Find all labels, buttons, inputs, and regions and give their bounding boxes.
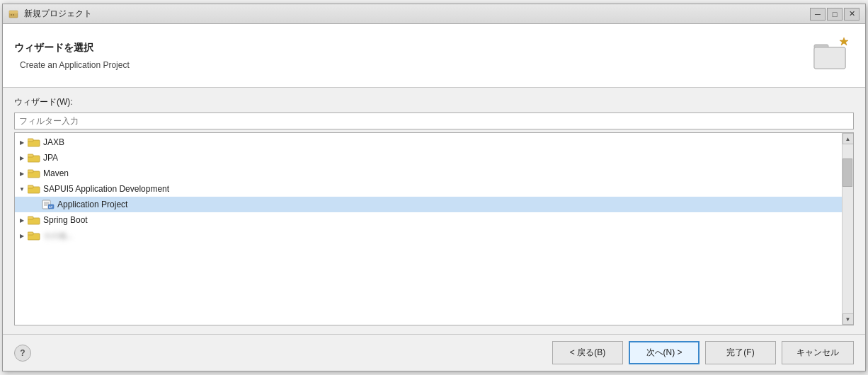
scroll-down-arrow[interactable]: ▼ — [843, 313, 854, 325]
maximize-button[interactable]: □ — [827, 8, 843, 21]
tree-item-sapui5[interactable]: ▼ SAPUI5 Application Development — [15, 181, 842, 197]
folder-icon-spring-boot — [28, 215, 40, 225]
wizard-label: ウィザード(W): — [14, 96, 854, 108]
svg-rect-3 — [13, 14, 14, 16]
tree-item-jpa[interactable]: ▶ JPA — [15, 150, 842, 166]
minimize-button[interactable]: ─ — [810, 8, 826, 21]
header-icon-area — [811, 35, 854, 77]
title-bar-left: 新規プロジェクト — [8, 8, 92, 20]
window-title: 新規プロジェクト — [24, 8, 92, 20]
tree-toggle-jpa[interactable]: ▶ — [18, 154, 26, 162]
folder-icon-other — [28, 231, 40, 241]
dialog-body: ウィザードを選択 Create an Application Project ウ… — [3, 24, 865, 371]
tree-item-jaxb[interactable]: ▶ JAXB — [15, 134, 842, 150]
svg-rect-6 — [814, 47, 845, 69]
scroll-up-arrow[interactable]: ▲ — [843, 133, 854, 144]
header-wizard-title: ウィザードを選択 — [14, 42, 130, 54]
tree-list: ▶ JAXB ▶ — [15, 133, 842, 325]
header-section: ウィザードを選択 Create an Application Project — [3, 24, 865, 88]
back-button[interactable]: < 戻る(B) — [552, 341, 623, 364]
folder-icon-sapui5 — [28, 184, 40, 194]
folder-icon-jaxb — [28, 137, 40, 147]
svg-rect-25 — [28, 232, 33, 235]
svg-rect-1 — [9, 11, 18, 13]
bottom-bar: ? < 戻る(B) 次へ(N) > 完了(F) キャンセル — [3, 334, 865, 371]
tree-item-label-spring-boot: Spring Boot — [43, 215, 88, 225]
file-icon-app-project: AP — [42, 200, 55, 209]
help-button[interactable]: ? — [14, 345, 31, 362]
scroll-track[interactable] — [843, 144, 853, 313]
bottom-right: < 戻る(B) 次へ(N) > 完了(F) キャンセル — [552, 341, 854, 364]
svg-rect-9 — [28, 139, 33, 142]
tree-item-label-jaxb: JAXB — [43, 137, 64, 147]
tree-item-app-project[interactable]: AP Application Project — [15, 197, 842, 212]
cancel-button[interactable]: キャンセル — [782, 341, 854, 364]
tree-item-maven[interactable]: ▶ Maven — [15, 166, 842, 181]
bottom-left: ? — [14, 345, 31, 362]
tree-item-label-maven: Maven — [43, 168, 69, 178]
tree-toggle-other[interactable]: ▶ — [18, 231, 26, 240]
tree-item-label-sapui5: SAPUI5 Application Development — [43, 184, 169, 194]
tree-item-spring-boot[interactable]: ▶ Spring Boot — [15, 212, 842, 228]
tree-container: ▶ JAXB ▶ — [14, 132, 854, 325]
svg-rect-11 — [28, 154, 33, 157]
tree-toggle-spring-boot[interactable]: ▶ — [18, 216, 26, 224]
svg-marker-7 — [840, 38, 848, 45]
tree-toggle-sapui5[interactable]: ▼ — [18, 185, 26, 193]
tree-toggle-maven[interactable]: ▶ — [18, 169, 26, 178]
scroll-thumb[interactable] — [843, 158, 852, 187]
svg-rect-23 — [28, 217, 33, 219]
content-section: ウィザード(W): ▶ JAXB — [3, 88, 865, 334]
folder-icon-maven — [28, 168, 40, 178]
wizard-icon — [811, 35, 851, 74]
close-button[interactable]: ✕ — [844, 8, 860, 21]
svg-rect-13 — [28, 170, 33, 173]
tree-toggle-jaxb[interactable]: ▶ — [18, 138, 26, 146]
finish-button[interactable]: 完了(F) — [705, 341, 776, 364]
tree-item-label-other: その他... — [43, 231, 73, 241]
dialog-window: 新規プロジェクト ─ □ ✕ ウィザードを選択 Create an Applic… — [2, 4, 866, 371]
folder-icon-jpa — [28, 153, 40, 163]
tree-item-label-app-project: Application Project — [57, 200, 127, 209]
svg-rect-2 — [11, 14, 12, 16]
title-bar-controls: ─ □ ✕ — [810, 8, 860, 21]
header-text: ウィザードを選択 Create an Application Project — [14, 42, 130, 70]
title-bar: 新規プロジェクト ─ □ ✕ — [3, 4, 865, 24]
header-subtitle: Create an Application Project — [14, 60, 130, 70]
tree-scrollbar: ▲ ▼ — [842, 133, 853, 325]
tree-item-other[interactable]: ▶ その他... — [15, 228, 842, 243]
svg-text:AP: AP — [49, 205, 53, 209]
window-icon — [8, 8, 20, 20]
filter-input[interactable] — [14, 112, 854, 129]
next-button[interactable]: 次へ(N) > — [629, 341, 699, 364]
tree-item-label-jpa: JPA — [43, 153, 58, 163]
svg-rect-15 — [28, 185, 33, 188]
